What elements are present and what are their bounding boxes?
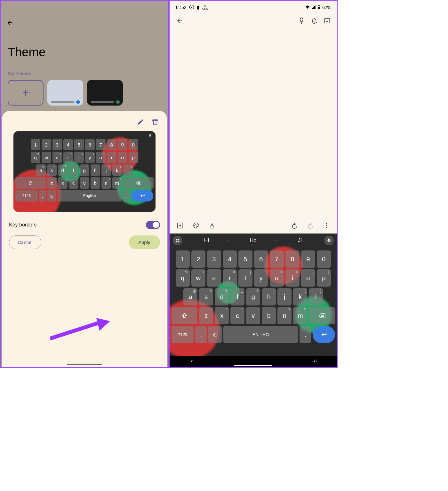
key-g[interactable]: g& (246, 288, 260, 305)
key-borders-toggle[interactable] (146, 221, 160, 229)
symbols-key[interactable]: ?123 (172, 326, 194, 343)
palette-icon[interactable] (193, 222, 200, 230)
key-w[interactable]: w\ (42, 152, 51, 163)
key-x[interactable]: x" (215, 307, 229, 324)
key-e[interactable]: e| (52, 152, 62, 163)
key-2[interactable]: 2 (191, 250, 205, 268)
key-h[interactable]: h- (91, 164, 100, 176)
key-m[interactable]: m? (112, 177, 122, 189)
key-b[interactable]: b; (262, 307, 276, 324)
key-l[interactable]: l) (309, 288, 323, 305)
enter-key[interactable] (131, 190, 154, 202)
space-key[interactable]: EN · HG (223, 326, 298, 343)
suggestion-3[interactable]: Ji (277, 238, 322, 243)
apply-button[interactable]: Apply (129, 235, 160, 249)
key-v[interactable]: v: (246, 307, 260, 324)
key-0[interactable]: 0 (317, 250, 331, 268)
suggestion-1[interactable]: Hi (184, 238, 229, 243)
comma-key[interactable]: , (195, 326, 207, 343)
theme-dark[interactable] (87, 80, 123, 106)
key-3[interactable]: 3 (207, 250, 221, 268)
text-format-icon[interactable] (209, 222, 216, 230)
emoji-key[interactable]: ☺ (47, 190, 56, 202)
key-k[interactable]: k( (293, 288, 307, 305)
key-n[interactable]: n! (277, 307, 292, 324)
key-8[interactable]: 8 (285, 250, 300, 268)
suggestion-2[interactable]: Ho (231, 238, 276, 243)
key-8[interactable]: 8 (107, 139, 116, 150)
backspace-key[interactable] (123, 177, 154, 189)
key-i[interactable]: i> (285, 269, 300, 287)
key-6[interactable]: 6 (85, 139, 95, 150)
key-s[interactable]: s# (199, 288, 213, 305)
space-key[interactable]: English (58, 190, 122, 202)
key-x[interactable]: x" (58, 177, 68, 189)
key-4[interactable]: 4 (223, 250, 237, 268)
key-l[interactable]: l) (123, 164, 133, 176)
key-y[interactable]: y] (254, 269, 268, 287)
key-f[interactable]: f_ (69, 164, 78, 176)
backspace-key[interactable] (309, 307, 335, 324)
reminder-icon[interactable]: + (311, 17, 318, 26)
period-key[interactable]: . (300, 326, 311, 343)
delete-icon[interactable] (152, 118, 159, 127)
key-o[interactable]: o{ (118, 152, 127, 163)
key-5[interactable]: 5 (238, 250, 252, 268)
key-g[interactable]: g& (80, 164, 89, 176)
key-s[interactable]: s# (47, 164, 57, 176)
key-1[interactable]: 1 (176, 250, 190, 268)
back-button[interactable] (6, 19, 13, 26)
shift-key[interactable] (172, 307, 198, 324)
nav-keyboard-icon[interactable] (311, 358, 318, 366)
key-r[interactable]: r= (63, 152, 73, 163)
key-u[interactable]: u< (270, 269, 284, 287)
key-i[interactable]: i> (107, 152, 116, 163)
cancel-button[interactable]: Cancel (9, 235, 41, 249)
key-r[interactable]: r= (223, 269, 237, 287)
key-9[interactable]: 9 (301, 250, 315, 268)
key-y[interactable]: y] (85, 152, 95, 163)
key-a[interactable]: a@ (36, 164, 46, 176)
key-7[interactable]: 7 (96, 139, 106, 150)
back-button[interactable] (176, 17, 183, 26)
key-v[interactable]: v: (80, 177, 89, 189)
key-2[interactable]: 2 (42, 139, 51, 150)
key-4[interactable]: 4 (63, 139, 73, 150)
key-p[interactable]: p} (129, 152, 138, 163)
undo-icon[interactable] (291, 222, 298, 230)
key-t[interactable]: t[ (74, 152, 84, 163)
key-o[interactable]: o{ (301, 269, 315, 287)
shift-key[interactable] (15, 177, 46, 189)
key-f[interactable]: f_ (230, 288, 244, 305)
key-c[interactable]: c' (230, 307, 244, 324)
key-h[interactable]: h- (262, 288, 276, 305)
key-z[interactable]: z* (199, 307, 213, 324)
comma-key[interactable]: , (39, 190, 46, 202)
key-e[interactable]: e| (207, 269, 221, 287)
pin-icon[interactable] (298, 17, 305, 26)
key-u[interactable]: u< (96, 152, 106, 163)
key-a[interactable]: a@ (183, 288, 197, 305)
key-d[interactable]: d₹ (58, 164, 68, 176)
key-p[interactable]: p} (317, 269, 331, 287)
key-z[interactable]: z* (47, 177, 57, 189)
key-7[interactable]: 7 (270, 250, 284, 268)
key-3[interactable]: 3 (52, 139, 62, 150)
symbols-key[interactable]: ?123 (15, 190, 38, 202)
key-0[interactable]: 0 (129, 139, 138, 150)
key-m[interactable]: m? (293, 307, 307, 324)
key-q[interactable]: q% (31, 152, 40, 163)
theme-light[interactable] (47, 80, 83, 106)
key-b[interactable]: b; (91, 177, 100, 189)
more-icon[interactable] (323, 222, 330, 230)
key-6[interactable]: 6 (254, 250, 268, 268)
edit-icon[interactable] (137, 118, 144, 127)
key-5[interactable]: 5 (74, 139, 84, 150)
add-icon[interactable] (177, 222, 184, 230)
add-theme-button[interactable]: + (8, 80, 44, 106)
key-t[interactable]: t[ (238, 269, 252, 287)
key-q[interactable]: q% (176, 269, 190, 287)
key-9[interactable]: 9 (118, 139, 127, 150)
key-1[interactable]: 1 (31, 139, 40, 150)
key-n[interactable]: n! (101, 177, 111, 189)
